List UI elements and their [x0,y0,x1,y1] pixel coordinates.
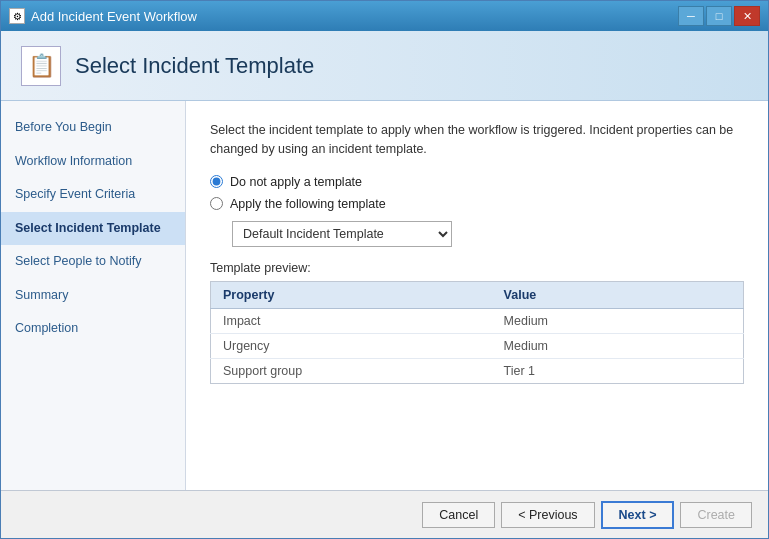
main-window: ⚙ Add Incident Event Workflow ─ □ ✕ 📋 Se… [0,0,769,539]
minimize-button[interactable]: ─ [678,6,704,26]
table-row: Impact Medium [211,308,744,333]
radio-no-template-input[interactable] [210,175,223,188]
radio-no-template[interactable]: Do not apply a template [210,175,744,189]
window-controls: ─ □ ✕ [678,6,760,26]
create-button[interactable]: Create [680,502,752,528]
sidebar-item-before-you-begin[interactable]: Before You Begin [1,111,185,145]
header: 📋 Select Incident Template [1,31,768,101]
radio-apply-template[interactable]: Apply the following template [210,197,744,211]
radio-group: Do not apply a template Apply the follow… [210,175,744,211]
row-impact-value: Medium [492,308,678,333]
row-urgency-property: Urgency [211,333,492,358]
cancel-button[interactable]: Cancel [422,502,495,528]
title-bar-left: ⚙ Add Incident Event Workflow [9,8,197,24]
row-urgency-value: Medium [492,333,678,358]
window-title: Add Incident Event Workflow [31,9,197,24]
previous-button[interactable]: < Previous [501,502,594,528]
sidebar-item-specify-event-criteria[interactable]: Specify Event Criteria [1,178,185,212]
table-row: Urgency Medium [211,333,744,358]
row-support-group-value: Tier 1 [492,358,678,383]
col-header-value: Value [492,281,678,308]
row-impact-property: Impact [211,308,492,333]
template-dropdown[interactable]: Default Incident Template [232,221,452,247]
preview-table: Property Value Impact Medium Urgency Med… [210,281,744,384]
template-select-row: Default Incident Template [232,221,744,247]
next-button[interactable]: Next > [601,501,675,529]
sidebar-item-workflow-information[interactable]: Workflow Information [1,145,185,179]
preview-label: Template preview: [210,261,744,275]
title-bar: ⚙ Add Incident Event Workflow ─ □ ✕ [1,1,768,31]
footer: Cancel < Previous Next > Create [1,490,768,538]
restore-button[interactable]: □ [706,6,732,26]
app-icon: ⚙ [9,8,25,24]
col-header-extra [677,281,743,308]
row-support-group-property: Support group [211,358,492,383]
sidebar-item-summary[interactable]: Summary [1,279,185,313]
description-text: Select the incident template to apply wh… [210,121,744,159]
content-row: Before You Begin Workflow Information Sp… [1,101,768,490]
page-title: Select Incident Template [75,53,314,79]
sidebar-item-select-people-to-notify[interactable]: Select People to Notify [1,245,185,279]
col-header-property: Property [211,281,492,308]
radio-apply-template-input[interactable] [210,197,223,210]
sidebar-item-completion[interactable]: Completion [1,312,185,346]
header-icon: 📋 [21,46,61,86]
table-row: Support group Tier 1 [211,358,744,383]
sidebar-item-select-incident-template[interactable]: Select Incident Template [1,212,185,246]
main-content: Select the incident template to apply wh… [186,101,768,490]
close-button[interactable]: ✕ [734,6,760,26]
sidebar: Before You Begin Workflow Information Sp… [1,101,186,490]
